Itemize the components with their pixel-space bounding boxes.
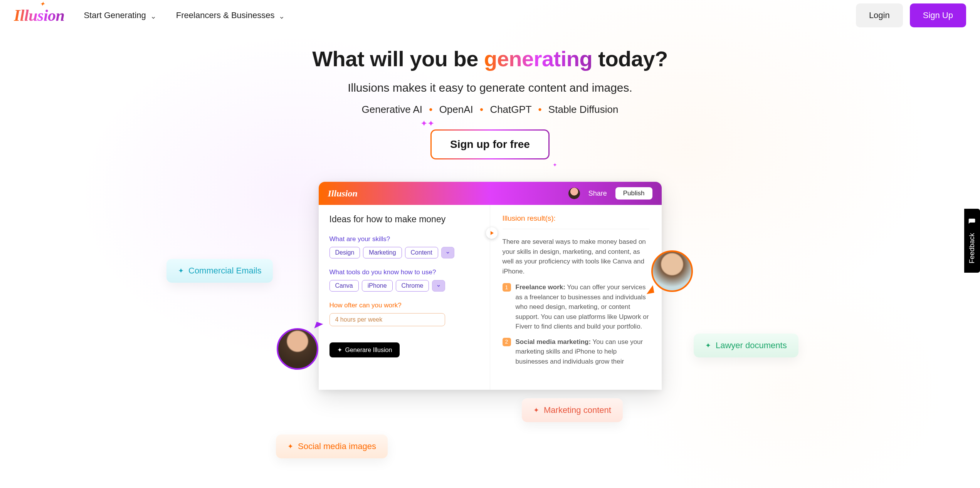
chip-dropdown[interactable] — [441, 247, 454, 258]
sparkle-icon: ✦ — [287, 442, 293, 451]
preview-header: Illusion Share Publish — [319, 182, 662, 205]
hero-title-pre: What will you be — [312, 47, 484, 71]
logo[interactable]: Illusion — [14, 6, 64, 25]
preview-header-actions: Share Publish — [568, 187, 652, 200]
sparkle-icon: ✦ — [337, 346, 342, 354]
chat-icon — [968, 218, 976, 228]
preview-results: Illusion result(s): There are several wa… — [490, 205, 662, 390]
chevron-down-icon — [151, 13, 156, 18]
badge-commercial-emails[interactable]: ✦ Commercial Emails — [166, 259, 273, 283]
nav-label: Start Generating — [84, 10, 146, 20]
hero-tags: Generative AI • OpenAI • ChatGPT • Stabl… — [0, 104, 980, 116]
chip[interactable]: Content — [405, 247, 438, 258]
signup-button[interactable]: Sign Up — [910, 3, 966, 27]
result-intro: There are several ways to make money bas… — [503, 237, 649, 276]
badge-social-media-images[interactable]: ✦ Social media images — [276, 434, 388, 458]
hero-section: What will you be generating today? Illus… — [0, 46, 980, 159]
dot-separator: • — [480, 104, 483, 115]
sparkle-icon: ✦ — [178, 267, 184, 275]
sparkle-icon: ✦ — [533, 406, 539, 414]
sparkle-icon: ✦ — [705, 341, 711, 350]
badge-label: Marketing content — [544, 405, 611, 415]
hero-tag: ChatGPT — [490, 104, 531, 115]
hero-title: What will you be generating today? — [0, 46, 980, 71]
badge-marketing-content[interactable]: ✦ Marketing content — [522, 398, 623, 422]
avatar[interactable] — [568, 188, 580, 199]
dot-separator: • — [538, 104, 542, 115]
generate-label: Generare Illusion — [345, 347, 392, 354]
chip[interactable]: Marketing — [363, 247, 402, 258]
num-badge: 2 — [503, 338, 511, 346]
chip-row-skills: Design Marketing Content — [329, 247, 479, 258]
field-label-tools: What tools do you know how to use? — [329, 268, 479, 276]
avatar — [651, 250, 693, 292]
field-label-hours: How ofter can you work? — [329, 302, 479, 309]
hours-input[interactable]: 4 hours per week — [329, 313, 445, 326]
chip[interactable]: Design — [329, 247, 360, 258]
preview-logo: Illusion — [328, 188, 358, 199]
badge-label: Lawyer documents — [716, 340, 787, 350]
chip[interactable]: Canva — [329, 280, 359, 292]
list-item: 1 Freelance work: You can offer your ser… — [503, 282, 649, 332]
badge-lawyer-documents[interactable]: ✦ Lawyer documents — [694, 334, 798, 357]
login-button[interactable]: Login — [856, 3, 903, 27]
chip[interactable]: Chrome — [396, 280, 429, 292]
generate-button[interactable]: ✦ Generare Illusion — [329, 342, 400, 357]
hero-subtitle: Illusions makes it easy to generate cont… — [0, 81, 980, 94]
result-list: 1 Freelance work: You can offer your ser… — [503, 282, 649, 366]
main-nav: Start Generating Freelancers & Businesse… — [84, 10, 284, 20]
hero-title-post: today? — [592, 47, 668, 71]
preview-body: Ideas for how to make money What are you… — [319, 205, 662, 390]
hero-tag: OpenAI — [439, 104, 473, 115]
hero-tag: Generative AI — [362, 104, 423, 115]
feedback-label: Feedback — [968, 233, 976, 263]
dot-separator: • — [429, 104, 432, 115]
chevron-down-icon — [279, 13, 284, 18]
publish-button[interactable]: Publish — [615, 187, 652, 200]
header: Illusion Start Generating Freelancers & … — [0, 0, 980, 31]
result-bold: Social media marketing: — [516, 338, 591, 345]
signup-free-button[interactable]: Sign up for free — [430, 129, 550, 159]
list-item: 2 Social media marketing: You can use yo… — [503, 337, 649, 367]
nav-freelancers-businesses[interactable]: Freelancers & Businesses — [176, 10, 285, 20]
sparkle-icon: ✦ — [553, 162, 557, 168]
result-title: Illusion result(s): — [503, 214, 649, 229]
result-bold: Freelance work: — [516, 283, 565, 291]
nav-start-generating[interactable]: Start Generating — [84, 10, 156, 20]
app-preview: Illusion Share Publish Ideas for how to … — [319, 182, 662, 390]
num-badge: 1 — [503, 283, 511, 292]
share-button[interactable]: Share — [588, 189, 607, 198]
badge-label: Commercial Emails — [188, 266, 261, 276]
header-actions: Login Sign Up — [856, 3, 966, 27]
field-label-skills: What are your skills? — [329, 235, 479, 243]
chip[interactable]: iPhone — [362, 280, 393, 292]
feedback-tab[interactable]: Feedback — [964, 209, 980, 273]
chip-row-tools: Canva iPhone Chrome — [329, 280, 479, 292]
sparkle-icon: ✦✦ — [420, 119, 434, 129]
form-title: Ideas for how to make money — [329, 214, 479, 225]
badge-label: Social media images — [298, 441, 376, 451]
avatar — [277, 328, 318, 370]
hero-tag: Stable Diffusion — [548, 104, 619, 115]
hero-title-highlight: generating — [484, 47, 592, 71]
cta-wrapper: ✦✦ Sign up for free ✦ — [430, 129, 550, 159]
preview-wrap: Illusion Share Publish Ideas for how to … — [319, 182, 662, 390]
chip-dropdown[interactable] — [432, 280, 445, 292]
nav-label: Freelancers & Businesses — [176, 10, 275, 20]
preview-form: Ideas for how to make money What are you… — [319, 205, 490, 390]
